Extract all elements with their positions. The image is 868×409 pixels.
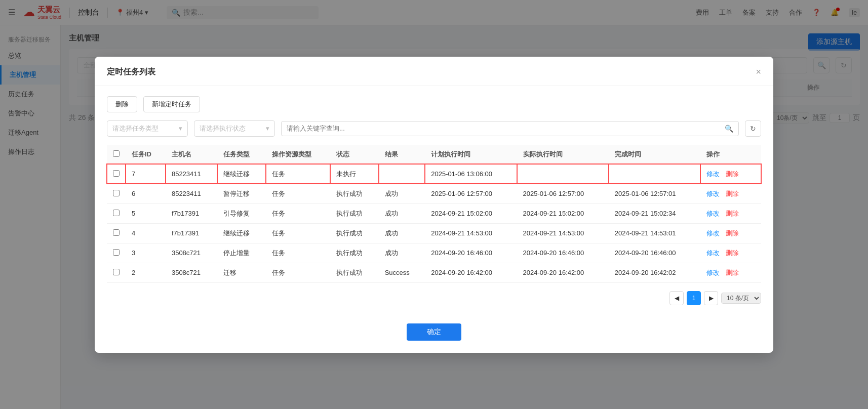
cell-result: 成功 [379,243,425,263]
edit-action-link[interactable]: 修改 [706,190,720,197]
table-row: 5 f7b17391 引导修复 任务 执行成功 成功 2024-09-21 15… [107,203,761,223]
cell-task-type: 继续迁移 [217,223,265,243]
cell-plan-time: 2024-09-20 16:46:00 [425,243,517,263]
cell-plan-time: 2024-09-20 16:42:00 [425,263,517,282]
delete-action-link[interactable]: 删除 [726,170,739,178]
task-type-placeholder: 请选择任务类型 [112,124,159,133]
row-checkbox[interactable] [113,210,120,216]
cell-hostname: 85223411 [166,164,218,184]
row-checkbox[interactable] [113,269,120,275]
cell-hostname: 3508c721 [166,243,218,263]
keyword-search-input[interactable] [287,125,722,132]
cell-task-id: 3 [126,243,166,263]
search-input-wrap: 🔍 [281,121,739,136]
cell-actions: 修改 删除 [700,263,761,282]
task-type-chevron: ▾ [179,125,182,132]
cell-task-id: 2 [126,263,166,282]
edit-action-link[interactable]: 修改 [706,249,720,257]
delete-action-link[interactable]: 删除 [726,269,739,276]
th-actions: 操作 [700,145,761,165]
cell-resource-type: 任务 [266,184,331,203]
cell-actual-time [517,164,609,184]
cell-result: 成功 [379,184,425,203]
edit-action-link[interactable]: 修改 [706,229,720,237]
cell-resource-type: 任务 [266,203,331,223]
th-finish-time: 完成时间 [609,145,700,165]
table-row: 7 85223411 继续迁移 任务 未执行 2025-01-06 13:06:… [107,164,761,184]
cell-result: 成功 [379,223,425,243]
dialog-pagination: ◀ 1 ▶ 10 条/页 20 条/页 50 条/页 [107,291,761,305]
status-select[interactable]: 请选择执行状态 ▾ [194,120,275,137]
scheduled-tasks-dialog: 定时任务列表 × 删除 新增定时任务 请选择任务类型 ▾ 请选择执行状态 ▾ [95,57,773,353]
delete-button[interactable]: 删除 [107,96,137,112]
cell-finish-time: 2024-09-21 14:53:01 [609,223,700,243]
cell-status: 执行成功 [330,184,378,203]
cell-resource-type: 任务 [266,243,331,263]
delete-action-link[interactable]: 删除 [726,210,739,217]
delete-action-link[interactable]: 删除 [726,190,739,197]
modal-overlay: 定时任务列表 × 删除 新增定时任务 请选择任务类型 ▾ 请选择执行状态 ▾ [0,0,868,409]
table-row: 3 3508c721 停止增量 任务 执行成功 成功 2024-09-20 16… [107,243,761,263]
page-size-select[interactable]: 10 条/页 20 条/页 50 条/页 [721,293,761,304]
cell-resource-type: 任务 [266,263,331,282]
table-row: 4 f7b17391 继续迁移 任务 执行成功 成功 2024-09-21 14… [107,223,761,243]
cell-resource-type: 任务 [266,223,331,243]
dialog-close-button[interactable]: × [756,67,761,76]
table-row: 2 3508c721 迁移 任务 执行成功 Success 2024-09-20… [107,263,761,282]
filter-row: 请选择任务类型 ▾ 请选择执行状态 ▾ 🔍 ↻ [107,120,761,137]
th-plan-time: 计划执行时间 [425,145,517,165]
cell-hostname: 3508c721 [166,263,218,282]
cell-plan-time: 2024-09-21 14:53:00 [425,223,517,243]
cell-task-type: 引导修复 [217,203,265,223]
cell-actual-time: 2024-09-21 14:53:00 [517,223,609,243]
prev-page-button[interactable]: ◀ [669,291,684,305]
cell-hostname: f7b17391 [166,203,218,223]
th-actual-time: 实际执行时间 [517,145,609,165]
edit-action-link[interactable]: 修改 [706,269,720,276]
cell-result: Success [379,263,425,282]
cell-hostname: 85223411 [166,184,218,203]
cell-task-type: 迁移 [217,263,265,282]
dialog-title: 定时任务列表 [107,67,155,77]
delete-action-link[interactable]: 删除 [726,249,739,257]
row-checkbox[interactable] [113,190,120,196]
page-1-button[interactable]: 1 [687,291,701,305]
new-scheduled-task-button[interactable]: 新增定时任务 [143,96,200,112]
th-hostname: 主机名 [166,145,218,165]
row-checkbox[interactable] [113,229,120,236]
row-checkbox[interactable] [113,249,120,256]
cell-status: 执行成功 [330,223,378,243]
cell-resource-type: 任务 [266,164,331,184]
dialog-header: 定时任务列表 × [95,57,773,86]
cell-actual-time: 2024-09-20 16:42:00 [517,263,609,282]
refresh-button[interactable]: ↻ [745,120,761,137]
cell-finish-time: 2025-01-06 12:57:01 [609,184,700,203]
next-page-button[interactable]: ▶ [704,291,718,305]
edit-action-link[interactable]: 修改 [706,170,720,178]
cell-finish-time: 2024-09-20 16:42:02 [609,263,700,282]
confirm-button[interactable]: 确定 [407,323,461,341]
cell-task-id: 6 [126,184,166,203]
edit-action-link[interactable]: 修改 [706,210,720,217]
th-task-id: 任务ID [126,145,166,165]
cell-plan-time: 2024-09-21 15:02:00 [425,203,517,223]
cell-actions: 修改 删除 [700,184,761,203]
tasks-table: 任务ID 主机名 任务类型 操作资源类型 状态 结果 计划执行时间 实际执行时间… [107,145,761,283]
delete-action-link[interactable]: 删除 [726,229,739,237]
cell-actual-time: 2025-01-06 12:57:00 [517,184,609,203]
cell-actual-time: 2024-09-21 15:02:00 [517,203,609,223]
cell-actions: 修改 删除 [700,203,761,223]
select-all-checkbox[interactable] [113,150,120,157]
row-checkbox[interactable] [113,170,120,177]
cell-result: 成功 [379,203,425,223]
search-input-icon: 🔍 [725,125,733,133]
task-type-select[interactable]: 请选择任务类型 ▾ [107,120,188,137]
cell-actions: 修改 删除 [700,164,761,184]
cell-plan-time: 2025-01-06 12:57:00 [425,184,517,203]
cell-hostname: f7b17391 [166,223,218,243]
cell-task-id: 5 [126,203,166,223]
table-row: 6 85223411 暂停迁移 任务 执行成功 成功 2025-01-06 12… [107,184,761,203]
dialog-toolbar: 删除 新增定时任务 [107,96,761,112]
th-checkbox [107,145,126,165]
status-chevron: ▾ [266,125,269,132]
